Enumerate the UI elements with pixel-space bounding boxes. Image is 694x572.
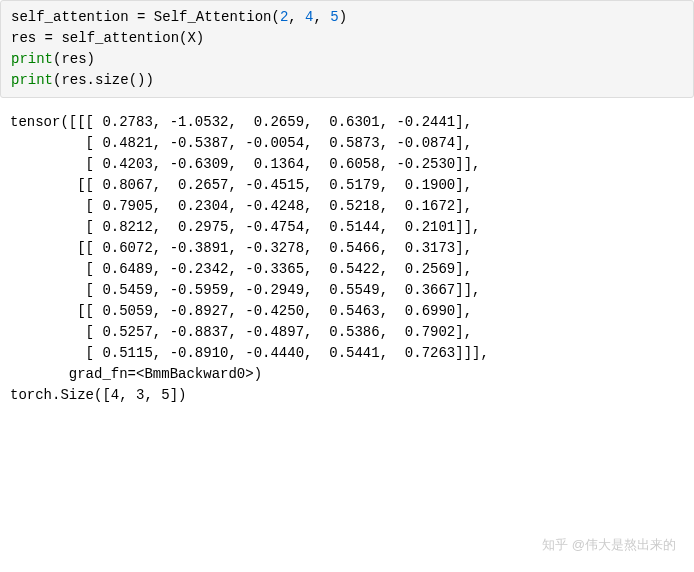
output-line: [ 0.5459, -0.5959, -0.2949, 0.5549, 0.36… [10, 280, 684, 301]
output-line: [ 0.7905, 0.2304, -0.4248, 0.5218, 0.167… [10, 196, 684, 217]
output-line: [[ 0.6072, -0.3891, -0.3278, 0.5466, 0.3… [10, 238, 684, 259]
code-line-1: self_attention = Self_Attention(2, 4, 5) [11, 7, 683, 28]
output-line: [[ 0.8067, 0.2657, -0.4515, 0.5179, 0.19… [10, 175, 684, 196]
output-line: [ 0.4821, -0.5387, -0.0054, 0.5873, -0.0… [10, 133, 684, 154]
output-line: torch.Size([4, 3, 5]) [10, 385, 684, 406]
output-line: [[ 0.5059, -0.8927, -0.4250, 0.5463, 0.6… [10, 301, 684, 322]
code-line-3: print(res) [11, 49, 683, 70]
output-line: [ 0.8212, 0.2975, -0.4754, 0.5144, 0.210… [10, 217, 684, 238]
output-line: tensor([[[ 0.2783, -1.0532, 0.2659, 0.63… [10, 112, 684, 133]
output-line: grad_fn=<BmmBackward0>) [10, 364, 684, 385]
code-input-block: self_attention = Self_Attention(2, 4, 5)… [0, 0, 694, 98]
output-line: [ 0.5115, -0.8910, -0.4440, 0.5441, 0.72… [10, 343, 684, 364]
output-line: [ 0.6489, -0.2342, -0.3365, 0.5422, 0.25… [10, 259, 684, 280]
code-line-4: print(res.size()) [11, 70, 683, 91]
output-line: [ 0.4203, -0.6309, 0.1364, 0.6058, -0.25… [10, 154, 684, 175]
output-line: [ 0.5257, -0.8837, -0.4897, 0.5386, 0.79… [10, 322, 684, 343]
output-block: tensor([[[ 0.2783, -1.0532, 0.2659, 0.63… [0, 106, 694, 412]
code-line-2: res = self_attention(X) [11, 28, 683, 49]
